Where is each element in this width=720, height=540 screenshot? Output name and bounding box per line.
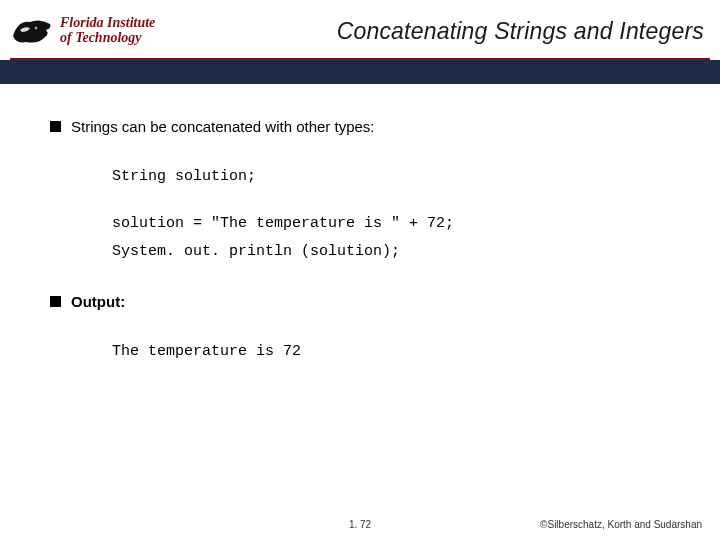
code-block: String solution; <box>112 163 670 192</box>
footer: 1. 72 ©Silberschatz, Korth and Sudarshan <box>0 519 720 530</box>
bullet-text: Strings can be concatenated with other t… <box>71 118 375 135</box>
bullet-text: Output: <box>71 293 125 310</box>
header: Florida Institute of Technology Concaten… <box>0 0 720 58</box>
code-line: solution = "The temperature is " + 72; <box>112 215 454 232</box>
code-line: System. out. println (solution); <box>112 243 400 260</box>
copyright: ©Silberschatz, Korth and Sudarshan <box>540 519 702 530</box>
bullet-item: Output: <box>50 293 670 310</box>
bullet-item: Strings can be concatenated with other t… <box>50 118 670 135</box>
logo-text: Florida Institute of Technology <box>60 16 155 45</box>
code-line: String solution; <box>112 168 256 185</box>
content: Strings can be concatenated with other t… <box>0 84 720 366</box>
output-block: The temperature is 72 <box>112 338 670 367</box>
page-number: 1. 72 <box>349 519 371 530</box>
slide-title: Concatenating Strings and Integers <box>155 18 710 45</box>
code-block: System. out. println (solution); <box>112 238 670 267</box>
code-block: solution = "The temperature is " + 72; <box>112 210 670 239</box>
output-line: The temperature is 72 <box>112 343 301 360</box>
logo-line1: Florida Institute <box>60 15 155 30</box>
logo: Florida Institute of Technology <box>10 14 155 48</box>
logo-line2: of Technology <box>60 31 155 46</box>
svg-point-1 <box>35 27 38 30</box>
square-bullet-icon <box>50 296 61 307</box>
navy-bar <box>0 60 720 84</box>
panther-icon <box>10 14 54 48</box>
square-bullet-icon <box>50 121 61 132</box>
